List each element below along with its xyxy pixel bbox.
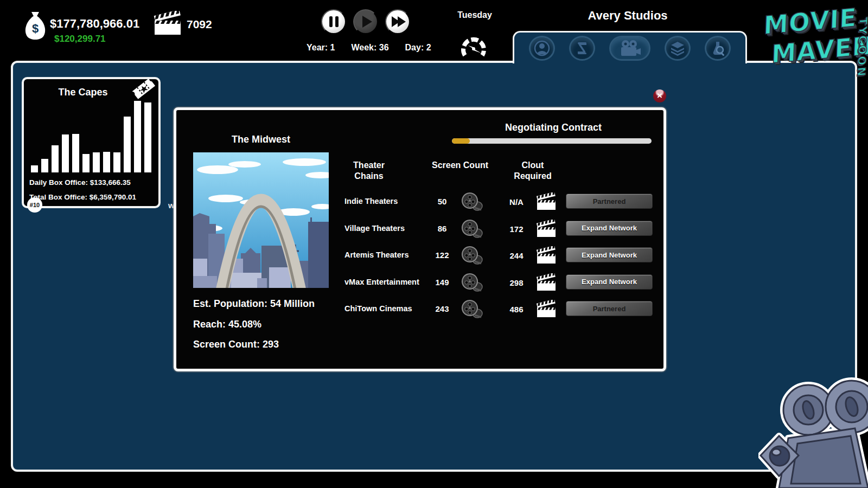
negotiation-title: Negotiating Contract [445, 122, 662, 133]
screen-count-value: 243 [427, 304, 457, 313]
bar [31, 165, 38, 172]
film-reel-icon [461, 299, 483, 319]
clout-required-value: 298 [500, 278, 533, 287]
year-label: Year: 1 [307, 43, 335, 53]
total-box-office: Total Box Office: $6,359,790.01 [29, 193, 136, 201]
magnifier-flask-icon [710, 40, 726, 56]
movie-title: The Capes [24, 87, 142, 98]
clapperboard-icon [535, 220, 557, 239]
movie-camera-art [758, 373, 868, 488]
daily-profit: $120,299.71 [54, 34, 106, 44]
bar [134, 101, 141, 172]
bar [62, 134, 69, 172]
week-label: Week: 36 [351, 43, 388, 53]
movie-camera-icon [618, 40, 642, 57]
logo-tycoon: TYCOON [855, 17, 868, 79]
weekday-label: Tuesday [456, 10, 494, 20]
theater-chain-name: ChiTown Cinemas [344, 304, 412, 313]
tab-productions[interactable] [609, 36, 650, 61]
expand-network-button[interactable]: Expand Network [566, 247, 653, 262]
game-screen: $ $177,780,966.01 $120,299.71 7092 Year:… [0, 0, 868, 488]
film-reel-icon [461, 245, 483, 266]
fast-forward-button[interactable] [385, 9, 410, 34]
bar [72, 134, 79, 172]
date-display: Year: 1 Week: 36 Day: 2 [307, 43, 431, 53]
bar [41, 159, 48, 172]
header-theater-chains: Theater Chains [339, 160, 399, 182]
table-row: Artemis Theaters122244Expand Network [176, 245, 663, 267]
region-detail-modal: The Midwest [174, 107, 666, 371]
svg-text:$: $ [32, 22, 39, 35]
pause-button[interactable] [321, 9, 346, 34]
studio-name: Avery Studios [573, 9, 682, 23]
table-row: Village Theaters86172Expand Network [176, 219, 663, 240]
fast-forward-icon [392, 16, 406, 27]
clout-required-value: 172 [500, 224, 533, 234]
tab-research[interactable] [705, 36, 731, 61]
game-logo: MOVIE MAVEN TYCOON [756, 0, 868, 107]
ticket-icon [129, 75, 159, 104]
bar [124, 117, 131, 172]
day-label: Day: 2 [405, 43, 431, 53]
speedometer-icon[interactable] [461, 36, 487, 59]
region-title: The Midwest [193, 134, 329, 145]
table-row: Indie Theaters50N/APartnered [176, 191, 663, 213]
movie-performance-panel[interactable]: The Capes Daily Box Office: $133,666.35 … [22, 77, 161, 208]
layers-icon [669, 40, 686, 56]
expand-network-button[interactable]: Expand Network [566, 274, 653, 290]
scroll-icon [574, 40, 590, 56]
clout-required-value: N/A [500, 197, 533, 207]
screen-count-value: 122 [427, 251, 457, 260]
close-icon[interactable]: ✕ [653, 89, 666, 102]
header-screen-count: Screen Count [430, 160, 490, 171]
clout-required-value: 486 [500, 305, 533, 314]
bar [93, 152, 100, 172]
bar [144, 102, 151, 172]
bar [52, 145, 59, 172]
negotiation-progress-fill [452, 138, 470, 144]
clapperboard-icon [535, 192, 557, 212]
theater-chain-name: Indie Theaters [344, 197, 398, 206]
negotiation-progress-bar [452, 138, 652, 144]
tab-scripts[interactable] [569, 36, 595, 61]
table-row: ChiTown Cinemas243486Partnered [176, 299, 663, 320]
tab-bar [513, 31, 747, 63]
person-icon [534, 40, 550, 56]
rank-badge: #10 [27, 197, 42, 213]
table-row: vMax Entertainment149298Expand Network [176, 272, 663, 294]
clout-required-value: 244 [500, 251, 533, 260]
partnered-button[interactable]: Partnered [566, 301, 653, 316]
cash-balance: $177,780,966.01 [50, 17, 139, 31]
theater-chain-name: Artemis Theaters [344, 251, 409, 259]
film-reel-icon [461, 219, 483, 239]
daily-box-office: Daily Box Office: $133,666.35 [29, 178, 131, 187]
screen-count-stat: Screen Count: 293 [193, 339, 279, 350]
clapperboard-icon [535, 300, 557, 319]
pause-icon [329, 16, 339, 27]
theater-chain-name: Village Theaters [344, 224, 405, 233]
screen-count-value: 149 [427, 278, 457, 287]
play-icon [362, 16, 372, 28]
theater-chain-name: vMax Entertainment [344, 278, 419, 286]
bar [82, 154, 90, 172]
clapperboard-icon [535, 246, 557, 266]
bar [113, 152, 120, 172]
money-bag-icon: $ [24, 11, 47, 41]
clapperboard-icon [152, 11, 183, 36]
screen-count-value: 86 [427, 224, 457, 233]
tab-catalog[interactable] [665, 36, 691, 61]
tab-staff[interactable] [529, 36, 555, 61]
play-button[interactable] [353, 9, 378, 34]
movie-count: 7092 [187, 18, 212, 31]
expand-network-button[interactable]: Expand Network [566, 221, 653, 236]
box-office-bar-chart [31, 101, 151, 172]
film-reel-icon [461, 272, 483, 293]
bar [103, 152, 110, 172]
header-clout-required: Clout Required [503, 160, 563, 182]
screen-count-value: 50 [427, 197, 457, 206]
partnered-button[interactable]: Partnered [566, 194, 653, 209]
film-reel-icon [461, 191, 483, 212]
clapperboard-icon [535, 273, 557, 293]
